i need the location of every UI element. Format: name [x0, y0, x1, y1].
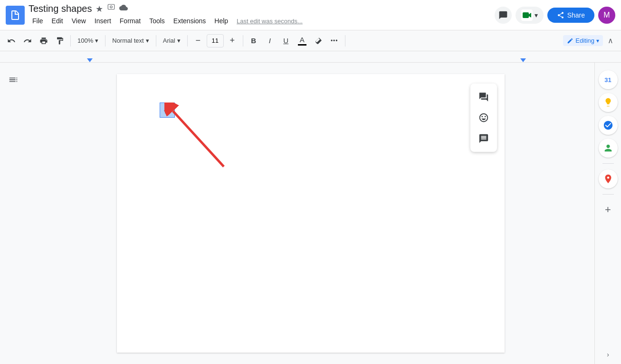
user-avatar[interactable]: M	[598, 7, 615, 24]
toolbar-divider-6	[345, 35, 345, 47]
svg-rect-0	[108, 4, 115, 9]
redo-button[interactable]	[20, 33, 35, 48]
document-page[interactable]: ♞	[117, 74, 505, 353]
font-value: Arial	[163, 37, 175, 44]
menu-format[interactable]: Format	[116, 15, 144, 27]
meet-dropdown-arrow: ▾	[535, 11, 538, 19]
menu-help[interactable]: Help	[210, 15, 232, 27]
font-size-control: − 11 +	[191, 33, 240, 48]
font-color-label: A	[300, 36, 305, 44]
maps-sidebar-button[interactable]	[599, 169, 618, 188]
right-sidebar-divider-2	[602, 194, 614, 195]
add-suggestion-button[interactable]	[474, 129, 493, 148]
italic-button[interactable]: I	[262, 33, 277, 48]
main-layout: ♞	[0, 63, 621, 364]
ruler-right-marker	[520, 58, 526, 62]
print-button[interactable]	[36, 33, 51, 48]
ruler-left-marker	[87, 58, 93, 62]
comment-button[interactable]	[495, 7, 512, 24]
menu-row: File Edit View Insert Format Tools Exten…	[29, 15, 491, 27]
underline-button[interactable]: U	[278, 33, 294, 48]
top-right-actions: ▾ Share M	[495, 7, 615, 24]
format-paint-button[interactable]	[52, 33, 67, 48]
calendar-label: 31	[604, 76, 611, 84]
toolbar-divider-2	[105, 35, 105, 47]
add-plugin-button[interactable]: +	[599, 200, 618, 219]
outline-panel-toggle[interactable]	[4, 70, 23, 89]
keep-sidebar-button[interactable]	[599, 93, 618, 112]
calendar-sidebar-button[interactable]: 31	[599, 70, 618, 89]
menu-insert[interactable]: Insert	[91, 15, 115, 27]
font-selector[interactable]: Arial ▾	[159, 33, 184, 48]
right-sidebar-divider	[602, 163, 614, 164]
text-style-selector[interactable]: Normal text ▾	[108, 33, 153, 48]
cloud-icon	[119, 3, 128, 14]
expand-panel-button[interactable]: ›	[607, 351, 609, 358]
menu-file[interactable]: File	[29, 15, 47, 27]
contacts-sidebar-button[interactable]	[599, 139, 618, 158]
editing-mode-button[interactable]: Editing ▾	[563, 35, 603, 46]
document-area[interactable]: ♞	[27, 63, 594, 364]
font-arrow: ▾	[177, 37, 181, 44]
decrease-font-button[interactable]: −	[191, 33, 206, 48]
toolbar-divider-1	[70, 35, 71, 47]
toolbar-divider-3	[156, 35, 156, 47]
toolbar-divider-5	[243, 35, 243, 47]
highlight-button[interactable]	[311, 33, 326, 48]
toolbar-collapse-button[interactable]: ∧	[604, 34, 617, 47]
top-bar: Testing shapes ★ File Edit View Insert F…	[0, 0, 621, 30]
menu-tools[interactable]: Tools	[145, 15, 169, 27]
increase-font-button[interactable]: +	[225, 33, 240, 48]
add-comment-button[interactable]	[474, 87, 493, 106]
last-edit-status[interactable]: Last edit was seconds...	[237, 18, 303, 25]
zoom-value: 100%	[77, 37, 93, 44]
add-emoji-button[interactable]	[474, 108, 493, 127]
left-sidebar	[0, 63, 27, 364]
chess-piece-image[interactable]: ♞	[160, 103, 175, 118]
more-options-button[interactable]: •••	[327, 33, 342, 48]
svg-line-4	[173, 111, 224, 167]
drive-icon[interactable]	[107, 3, 115, 14]
editing-arrow: ▾	[596, 37, 599, 44]
toolbar: 100% ▾ Normal text ▾ Arial ▾ − 11 + B I …	[0, 30, 621, 51]
font-color-button[interactable]: A	[295, 33, 310, 48]
right-sidebar: 31 + ›	[594, 63, 621, 364]
title-row: Testing shapes ★	[29, 3, 491, 14]
share-label: Share	[567, 11, 585, 19]
ruler	[0, 51, 621, 63]
tasks-sidebar-button[interactable]	[599, 116, 618, 135]
title-area: Testing shapes ★ File Edit View Insert F…	[29, 3, 491, 27]
docs-logo[interactable]	[6, 6, 25, 25]
svg-point-1	[110, 6, 113, 8]
menu-extensions[interactable]: Extensions	[170, 15, 210, 27]
more-dots: •••	[331, 37, 338, 44]
undo-button[interactable]	[4, 33, 19, 48]
menu-edit[interactable]: Edit	[48, 15, 67, 27]
font-size-display[interactable]: 11	[207, 34, 224, 47]
star-icon[interactable]: ★	[96, 4, 103, 14]
toolbar-divider-4	[187, 35, 188, 47]
menu-view[interactable]: View	[68, 15, 90, 27]
bold-button[interactable]: B	[246, 33, 261, 48]
font-color-bar	[298, 44, 306, 46]
plus-icon: +	[605, 204, 611, 216]
doc-title[interactable]: Testing shapes	[29, 3, 92, 14]
share-button[interactable]: Share	[547, 8, 594, 23]
meet-button[interactable]: ▾	[516, 7, 544, 24]
text-style-value: Normal text	[112, 37, 143, 44]
zoom-dropdown-arrow: ▾	[95, 37, 98, 44]
floating-annotation-toolbar	[470, 84, 497, 152]
editing-label: Editing	[575, 37, 594, 44]
text-style-arrow: ▾	[146, 37, 149, 44]
zoom-selector[interactable]: 100% ▾	[74, 33, 102, 48]
chess-knight-icon: ♞	[162, 104, 172, 116]
